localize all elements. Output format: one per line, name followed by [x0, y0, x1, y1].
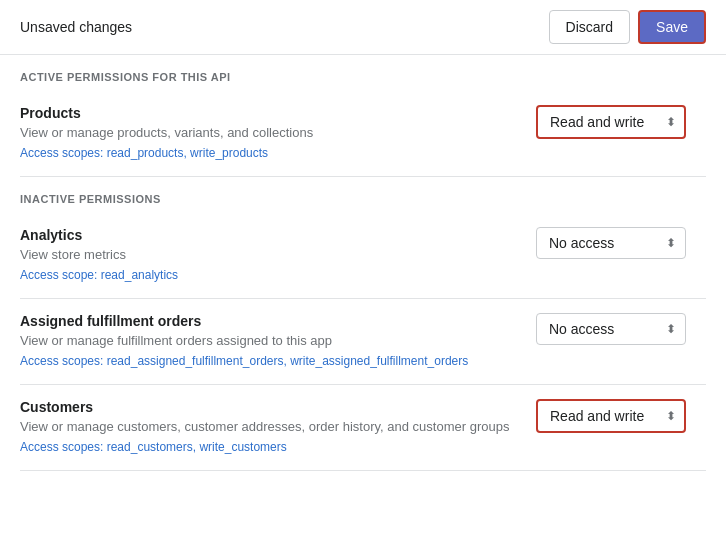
permission-info: Assigned fulfillment ordersView or manag… [20, 313, 536, 370]
permission-control: No accessReadRead and write⬍ [536, 399, 706, 433]
unsaved-changes-title: Unsaved changes [20, 19, 132, 35]
top-bar-actions: Discard Save [549, 10, 706, 44]
permission-select[interactable]: No accessReadRead and write [536, 313, 686, 345]
permission-row: Assigned fulfillment ordersView or manag… [20, 299, 706, 385]
save-button[interactable]: Save [638, 10, 706, 44]
top-bar: Unsaved changes Discard Save [0, 0, 726, 55]
permission-row: AnalyticsView store metricsAccess scope:… [20, 213, 706, 299]
permission-scope: Access scopes: read_customers, write_cus… [20, 439, 516, 456]
permission-select[interactable]: No accessReadRead and write [536, 399, 686, 433]
discard-button[interactable]: Discard [549, 10, 630, 44]
permission-control: No accessReadRead and write⬍ [536, 105, 706, 139]
permission-info: AnalyticsView store metricsAccess scope:… [20, 227, 536, 284]
permission-select[interactable]: No accessReadRead and write [536, 105, 686, 139]
permission-select[interactable]: No accessReadRead and write [536, 227, 686, 259]
select-wrapper: No accessReadRead and write⬍ [536, 227, 686, 259]
active-section-header: ACTIVE PERMISSIONS FOR THIS API [20, 55, 706, 91]
select-wrapper: No accessReadRead and write⬍ [536, 105, 686, 139]
permission-scope: Access scope: read_analytics [20, 267, 516, 284]
permission-name: Products [20, 105, 516, 121]
content-area: ACTIVE PERMISSIONS FOR THIS API Products… [0, 55, 726, 471]
inactive-section-header: INACTIVE PERMISSIONS [20, 177, 706, 213]
permission-name: Assigned fulfillment orders [20, 313, 516, 329]
permission-control: No accessReadRead and write⬍ [536, 313, 706, 345]
permission-description: View or manage fulfillment orders assign… [20, 332, 516, 350]
permission-row: CustomersView or manage customers, custo… [20, 385, 706, 471]
select-wrapper: No accessReadRead and write⬍ [536, 313, 686, 345]
permission-info: CustomersView or manage customers, custo… [20, 399, 536, 456]
active-permissions-list: ProductsView or manage products, variant… [20, 91, 706, 177]
permission-scope: Access scopes: read_assigned_fulfillment… [20, 353, 516, 370]
inactive-permissions-list: AnalyticsView store metricsAccess scope:… [20, 213, 706, 471]
permission-name: Analytics [20, 227, 516, 243]
permission-row: ProductsView or manage products, variant… [20, 91, 706, 177]
permission-description: View or manage products, variants, and c… [20, 124, 516, 142]
permission-scope: Access scopes: read_products, write_prod… [20, 145, 516, 162]
select-wrapper: No accessReadRead and write⬍ [536, 399, 686, 433]
permission-control: No accessReadRead and write⬍ [536, 227, 706, 259]
permission-description: View or manage customers, customer addre… [20, 418, 516, 436]
permission-name: Customers [20, 399, 516, 415]
permission-info: ProductsView or manage products, variant… [20, 105, 536, 162]
permission-description: View store metrics [20, 246, 516, 264]
